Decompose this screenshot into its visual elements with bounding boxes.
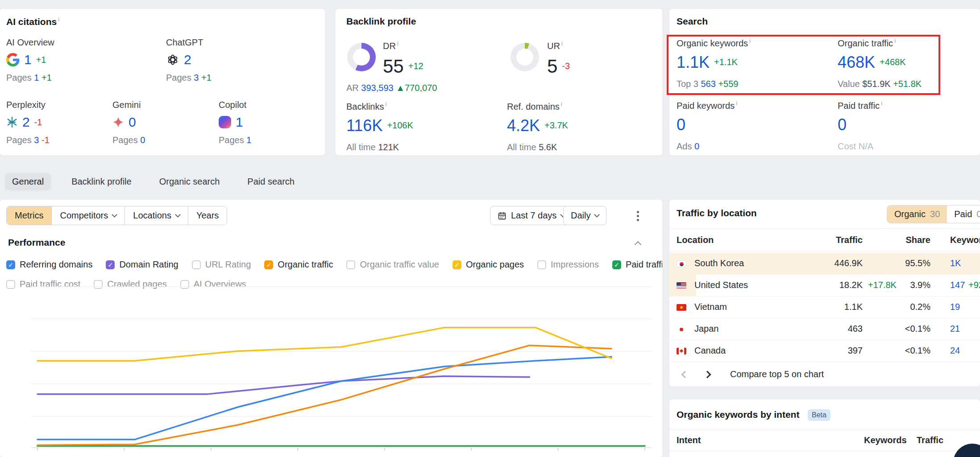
toggle-paid[interactable]: Paid0 [947,206,980,223]
top3-value[interactable]: 563 [701,79,716,89]
metric-checkbox-impressions[interactable]: Impressions [537,259,599,270]
info-icon[interactable]: i [385,101,386,107]
metrics-filter-button[interactable]: Metrics [7,206,51,225]
traffic-by-location-card: Traffic by location Organic30 Paid0 Loca… [669,200,980,386]
years-filter-button[interactable]: Years [188,206,227,225]
ai-overview-delta: +1 [36,55,46,65]
checkbox-checked-icon[interactable]: ✓ [6,260,15,269]
metric-checkbox-label: Organic pages [466,259,524,270]
col-traffic: Traffic [836,235,863,245]
dr-stat: DRi 55+12 [383,40,424,77]
paid-traffic-value[interactable]: 0 [838,115,847,134]
col-keywords: Keywords [864,435,907,445]
paid-keywords-value[interactable]: 0 [677,115,685,134]
ar-value[interactable]: 393,593 [361,83,393,93]
info-icon[interactable]: i [58,16,59,23]
table-row-canada[interactable]: Canada 397 <0.1% 24 [669,340,980,362]
prev-page-button[interactable] [677,367,693,382]
date-range-button[interactable]: Last 7 days [490,206,573,225]
info-icon[interactable]: i [561,101,562,107]
share-value: 3.9% [872,280,930,290]
table-row-vietnam[interactable]: Vietnam 1.1K 0.2% 19 [669,296,980,318]
keywords-link[interactable]: 21 [950,324,960,334]
tab-paid-search[interactable]: Paid search [240,173,302,190]
col-location: Location [677,235,714,245]
table-row-united-states[interactable]: United States 18.2K +17.8K 3.9% 147 +92 [669,275,980,296]
checkbox-unchecked-icon[interactable] [6,280,15,289]
organic-keywords-value[interactable]: 1.1K [677,53,710,72]
pages-value[interactable]: 3 [34,135,39,145]
keywords-link[interactable]: 1K [950,258,961,268]
metric-checkbox-paid-traffic[interactable]: ✓Paid traffic [612,259,662,270]
top3-delta: +559 [718,79,738,89]
keywords-link[interactable]: 147 [950,280,965,290]
pages-value[interactable]: 1 [246,135,251,145]
traffic-value: 1.1K [805,302,863,312]
backlink-profile-title: Backlink profile [346,16,416,27]
info-icon[interactable]: i [749,37,751,44]
copilot-value[interactable]: 1 [236,115,243,130]
info-icon[interactable]: i [561,40,563,47]
more-options-kebab-button[interactable] [632,210,644,222]
table-row-south-korea[interactable]: South Korea 446.9K 95.5% 1K [669,253,980,275]
ads-value[interactable]: 0 [694,141,699,151]
keywords-link[interactable]: 24 [950,346,960,356]
backlinks-value[interactable]: 116K [346,116,382,135]
col-share: Share [905,235,930,245]
ref-domains-value[interactable]: 4.2K [507,116,540,135]
metric-checkbox-label: URL Rating [205,259,251,270]
checkbox-unchecked-icon[interactable] [537,260,546,269]
gemini-stat: Gemini 0 Pages 0 [112,100,145,145]
gemini-icon [112,116,124,128]
info-icon[interactable]: i [736,100,737,107]
tab-organic-search[interactable]: Organic search [152,173,227,190]
checkbox-unchecked-icon[interactable] [346,260,355,269]
keywords-link[interactable]: 19 [950,302,960,312]
metric-checkbox-domain-rating[interactable]: ✓Domain Rating [106,259,178,270]
traffic-value-delta: +51.8K [893,79,922,89]
tab-backlink-profile[interactable]: Backlink profile [64,173,139,190]
gemini-value[interactable]: 0 [129,115,136,130]
pages-value[interactable]: 1 [34,73,39,82]
ai-overview-value[interactable]: 1 [24,52,32,67]
checkbox-checked-icon[interactable]: ✓ [264,260,273,269]
chevron-left-icon [681,371,689,378]
tab-general[interactable]: General [5,173,51,190]
organic-traffic-value[interactable]: 468K [838,53,875,72]
next-page-button[interactable] [700,367,715,382]
pages-value[interactable]: 0 [140,135,145,145]
info-icon[interactable]: i [881,100,882,107]
competitors-filter-button[interactable]: Competitors [51,206,125,225]
ur-stat: URi 5-3 [547,40,570,77]
copilot-icon [219,116,231,128]
locations-filter-button[interactable]: Locations [125,206,188,225]
table-row-japan[interactable]: Japan 463 <0.1% 21 [669,318,980,340]
pages-value[interactable]: 3 [194,73,199,82]
pages-label: Pages [6,135,32,145]
pages-label: Pages [6,73,32,82]
metric-checkbox-referring-domains[interactable]: ✓Referring domains [6,259,92,270]
toggle-organic[interactable]: Organic30 [887,206,947,223]
metric-checkbox-organic-traffic[interactable]: ✓Organic traffic [264,259,333,270]
info-icon[interactable]: i [397,40,399,47]
checkbox-checked-icon[interactable]: ✓ [106,260,115,269]
metric-checkbox-label: Domain Rating [119,259,178,270]
granularity-button[interactable]: Daily [563,206,606,225]
metric-checkbox-label: Paid traffic [626,259,662,270]
collapse-section-button[interactable] [635,241,640,249]
metric-checkbox-organic-traffic-value[interactable]: Organic traffic value [346,259,439,270]
pages-delta: +1 [201,73,212,82]
cost-value: N/A [859,141,873,151]
chatgpt-value[interactable]: 2 [184,52,191,67]
metric-checkbox-url-rating[interactable]: URL Rating [192,259,251,270]
checkbox-checked-icon[interactable]: ✓ [453,260,461,269]
location-table-header: Location Traffic Share Keywords [669,228,980,251]
ref-domains-stat: Ref. domainsi 4.2K+3.7K All time 5.6K [507,101,568,152]
perplexity-value[interactable]: 2 [22,115,30,130]
performance-line-chart: 27 Jan28 Jan29 Jan30 Jan31 Jan1 Feb2 Feb… [31,285,652,457]
metric-checkbox-organic-pages[interactable]: ✓Organic pages [453,259,524,270]
info-icon[interactable]: i [894,37,896,44]
paid-keywords-stat: Paid keywordsi 0 Ads 0 [677,100,737,152]
checkbox-checked-icon[interactable]: ✓ [612,260,621,269]
checkbox-unchecked-icon[interactable] [192,260,201,269]
